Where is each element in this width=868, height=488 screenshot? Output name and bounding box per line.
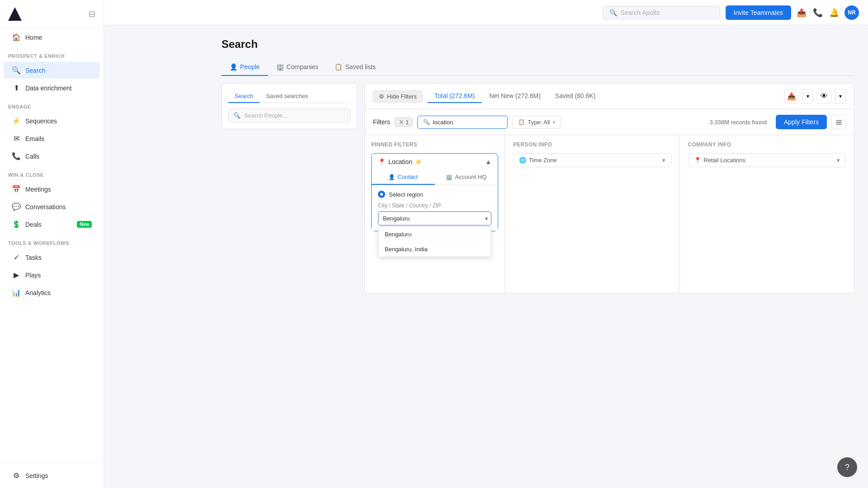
- city-option-bengaluru-india[interactable]: Bengaluru, India: [378, 242, 491, 257]
- search-panel: Search Saved searches 🔍 Search People...: [222, 83, 357, 129]
- sidebar-item-sequences[interactable]: ⚡ Sequences: [4, 113, 100, 129]
- sidebar-item-conversations[interactable]: 💬 Conversations: [4, 198, 100, 215]
- sidebar-section-engage: Engage: [0, 97, 104, 112]
- page-title: Search: [222, 38, 854, 51]
- grid-view-button[interactable]: ⊞: [831, 115, 846, 129]
- search-nav-icon: 🔍: [12, 66, 21, 75]
- avatar[interactable]: NR: [844, 5, 859, 20]
- sidebar-item-label: Search: [25, 67, 45, 74]
- results-bar-actions: 📥 ▾ 👁 ▾: [784, 89, 846, 103]
- results-bar: ⚙ Hide Filters Total (272.6M) Net New (2…: [364, 83, 854, 109]
- tab-saved-lists[interactable]: 📋 Saved lists: [326, 59, 384, 76]
- timezone-dropdown-icon: ▾: [662, 157, 665, 164]
- phone-icon[interactable]: 📞: [813, 8, 823, 18]
- sidebar-item-analytics[interactable]: 📊 Analytics: [4, 284, 100, 301]
- location-card-header: 📍 Location ⭐ ▲: [372, 154, 498, 170]
- save-list-icon[interactable]: 📥: [784, 89, 799, 103]
- sidebar-item-meetings[interactable]: 📅 Meetings: [4, 181, 100, 197]
- location-collapse-icon[interactable]: ▲: [485, 158, 491, 165]
- location-tab-account-hq[interactable]: 🏢 Account HQ: [435, 170, 498, 185]
- select-region-label: Select region: [389, 191, 423, 198]
- sidebar-item-label: Calls: [25, 153, 39, 160]
- type-select[interactable]: 📋 Type: All ▾: [512, 116, 561, 129]
- city-dropdown: Bengaluru Bengaluru, India: [378, 226, 491, 257]
- filter-search-value: location: [433, 119, 453, 126]
- sidebar-item-tasks[interactable]: ✓ Tasks: [4, 249, 100, 266]
- sidebar-item-label: Emails: [25, 135, 44, 142]
- company-info-title: Company Info: [688, 141, 846, 148]
- total-tab-label: Total (272.6M): [434, 92, 475, 99]
- search-tab-search[interactable]: Search: [228, 90, 259, 103]
- tab-people[interactable]: 👤 People: [222, 59, 268, 76]
- location-label: Location: [388, 158, 412, 165]
- sidebar-item-emails[interactable]: ✉ Emails: [4, 130, 100, 147]
- company-info-col: Company Info 📍 Retail Locations ▾: [680, 135, 854, 293]
- dropdown-icon[interactable]: ▾: [802, 89, 813, 103]
- people-tab-label: People: [240, 63, 260, 70]
- city-option-bengaluru[interactable]: Bengaluru: [378, 227, 491, 242]
- search-apollo-placeholder: Search Apollo: [621, 9, 660, 16]
- content-area: Search Saved searches 🔍 Search People...…: [222, 83, 854, 293]
- results-tab-net-new[interactable]: Net New (272.6M): [482, 89, 548, 103]
- sidebar-item-label: Home: [25, 34, 42, 41]
- view-dropdown-icon[interactable]: ▾: [835, 89, 846, 103]
- city-input-arrow-icon: ▾: [485, 216, 488, 222]
- person-info-col: Person Info 🌐 Time Zone ▾: [505, 135, 680, 293]
- select-region-option[interactable]: Select region: [378, 191, 491, 198]
- enrichment-icon: ⬆: [12, 84, 21, 92]
- sidebar-item-calls[interactable]: 📞 Calls: [4, 148, 100, 164]
- search-tab-saved-searches[interactable]: Saved searches: [259, 90, 314, 103]
- deals-icon: 💲: [12, 220, 21, 229]
- type-dropdown-icon: ▾: [553, 120, 555, 125]
- view-icon[interactable]: 👁: [817, 89, 831, 103]
- filter-x-btn[interactable]: ✕: [399, 119, 404, 126]
- sidebar-item-home[interactable]: 🏠 Home: [4, 29, 100, 46]
- results-tabs: Total (272.6M) Net New (272.6M) Saved (6…: [427, 89, 784, 103]
- search-apollo-icon: 🔍: [609, 9, 617, 16]
- sidebar-collapse-button[interactable]: ⊟: [89, 9, 95, 19]
- plays-icon: ▶: [12, 271, 21, 279]
- filter-search-input[interactable]: 🔍 location: [417, 116, 508, 129]
- filter-count-badge: ✕ 1: [395, 117, 413, 127]
- sidebar-item-label: Deals: [25, 221, 42, 228]
- sidebar-item-search[interactable]: 🔍 Search: [4, 62, 100, 79]
- apply-filters-button[interactable]: Apply Filters: [776, 115, 827, 129]
- filter-search-icon: 🔍: [423, 119, 430, 125]
- hide-filters-button[interactable]: ⚙ Hide Filters: [373, 90, 423, 103]
- city-option-bengaluru-label: Bengaluru: [385, 231, 411, 238]
- person-info-title: Person Info: [513, 141, 671, 148]
- sidebar-item-plays[interactable]: ▶ Plays: [4, 267, 100, 283]
- bell-icon[interactable]: 🔔: [829, 8, 839, 18]
- results-tab-saved[interactable]: Saved (60.6K): [548, 89, 603, 103]
- location-star-icon: ⭐: [415, 159, 422, 165]
- home-icon: 🏠: [12, 33, 21, 42]
- upload-icon[interactable]: 📤: [797, 8, 807, 18]
- radio-inner: [380, 193, 383, 196]
- sidebar-item-label: Meetings: [25, 186, 51, 193]
- saved-searches-tab-label: Saved searches: [266, 93, 308, 99]
- sidebar-item-label: Tasks: [25, 254, 42, 261]
- sidebar-item-data-enrichment[interactable]: ⬆ Data enrichment: [4, 80, 100, 96]
- location-tab-contact[interactable]: 👤 Contact: [372, 170, 435, 185]
- location-card-title: 📍 Location ⭐: [378, 158, 422, 165]
- contact-tab-icon: 👤: [388, 174, 395, 180]
- people-tab-icon: 👤: [230, 63, 237, 70]
- sidebar-item-label: Data enrichment: [25, 84, 72, 92]
- tab-companies[interactable]: 🏢 Companies: [268, 59, 327, 76]
- company-info-retail-filter[interactable]: 📍 Retail Locations ▾: [688, 153, 846, 167]
- search-apollo-bar[interactable]: 🔍 Search Apollo: [603, 6, 720, 19]
- conversations-icon: 💬: [12, 202, 21, 211]
- sidebar-item-deals[interactable]: 💲 Deals New: [4, 216, 100, 233]
- results-tab-total[interactable]: Total (272.6M): [427, 89, 482, 103]
- search-people-input[interactable]: 🔍 Search People...: [228, 108, 350, 122]
- search-people-icon: 🔍: [233, 112, 241, 119]
- help-button[interactable]: ?: [837, 457, 857, 477]
- main-content: Search 👤 People 🏢 Companies 📋 Saved list…: [208, 25, 868, 488]
- person-info-timezone-filter[interactable]: 🌐 Time Zone ▾: [513, 153, 671, 167]
- retail-locations-label: Retail Locations: [704, 157, 746, 164]
- sidebar-item-settings[interactable]: ⚙ Settings: [4, 467, 100, 484]
- saved-tab-label: Saved (60.6K): [555, 92, 596, 99]
- city-input[interactable]: [378, 211, 491, 225]
- type-icon: 📋: [518, 119, 525, 125]
- invite-teammates-button[interactable]: Invite Teammates: [726, 5, 791, 20]
